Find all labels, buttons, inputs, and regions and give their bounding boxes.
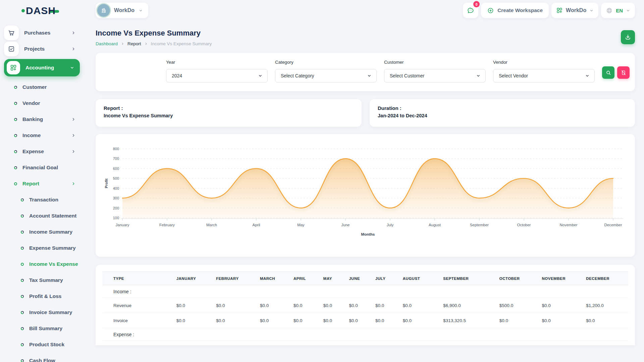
sidebar-item-transaction[interactable]: Transaction	[0, 192, 88, 208]
chevron-right-icon	[71, 117, 76, 122]
breadcrumb: Dashboard Report Income Vs Expense Summa…	[96, 41, 212, 46]
cell-value: $0.0	[542, 313, 586, 328]
reset-icon	[621, 70, 627, 76]
bullet-icon	[21, 215, 24, 218]
sidebar-item-expense[interactable]: Expense	[0, 143, 88, 160]
sidebar-item-vendor[interactable]: Vendor	[0, 95, 88, 111]
reset-filter-button[interactable]	[617, 66, 630, 79]
table-header-row: TYPEJANUARYFEBRUARYMARCHAPRILMAYJUNEJULY…	[102, 272, 628, 285]
cell-value: $0.0	[349, 313, 375, 328]
customer-select[interactable]: Select Customer	[384, 69, 486, 82]
sidebar-item-income-summary[interactable]: Income Summary	[0, 224, 88, 240]
language-selector[interactable]: EN	[601, 3, 635, 18]
workspace-selector[interactable]: WorkDo	[96, 3, 148, 18]
bullet-icon	[21, 295, 24, 298]
cell-value: $0.0	[403, 313, 443, 328]
sidebar-item-expense-summary[interactable]: Expense Summary	[0, 240, 88, 256]
svg-text:May: May	[297, 223, 305, 227]
sidebar-item-purchases[interactable]: Purchases	[0, 25, 88, 41]
sidebar-item-account-statement[interactable]: Account Statement	[0, 208, 88, 224]
cell-value: $0.0	[375, 298, 403, 313]
select-value: 2024	[172, 73, 182, 78]
cell-value: $0.0	[375, 313, 403, 328]
cell-value: $0.0	[176, 313, 216, 328]
logo-text: DASH	[26, 5, 56, 16]
chevron-right-icon	[121, 42, 124, 46]
sidebar-item-label: Tax Summary	[29, 277, 63, 283]
svg-text:April: April	[252, 223, 260, 227]
workdo-menu[interactable]: WorkDo	[551, 3, 598, 18]
sidebar-item-label: Transaction	[29, 197, 58, 203]
column-header-september: SEPTEMBER	[443, 272, 499, 285]
bullet-icon	[21, 263, 24, 266]
cell-value: $0.0	[216, 298, 260, 313]
apply-filter-button[interactable]	[602, 66, 614, 79]
svg-text:June: June	[341, 223, 350, 227]
sidebar-item-accounting[interactable]: Accounting	[4, 59, 80, 76]
column-header-november: NOVEMBER	[542, 272, 586, 285]
sidebar-item-tax-summary[interactable]: Tax Summary	[0, 272, 88, 288]
topbar-actions: 0 Create Workspace WorkDo EN	[463, 3, 635, 18]
sidebar-item-label: Banking	[22, 116, 43, 122]
sidebar-item-projects[interactable]: Projects	[0, 41, 88, 57]
sidebar-item-product-stock[interactable]: Product Stock	[0, 337, 88, 353]
sidebar-item-income[interactable]: Income	[0, 127, 88, 143]
sidebar-item-income-vs-expense[interactable]: Income Vs Expense	[0, 256, 88, 272]
chevron-down-icon	[70, 65, 74, 70]
create-workspace-button[interactable]: Create Workspace	[481, 3, 549, 18]
main-content: WorkDo 0 Create Workspace	[88, 0, 644, 345]
filter-group-vendor: VendorSelect Vendor	[493, 60, 595, 91]
column-header-march: MARCH	[260, 272, 293, 285]
chevron-right-icon	[71, 181, 76, 186]
chevron-right-icon	[71, 149, 76, 154]
vendor-select[interactable]: Select Vendor	[493, 69, 595, 82]
bullet-icon	[14, 134, 17, 137]
app-logo[interactable]: DASH	[0, 0, 88, 21]
year-select[interactable]: 2024	[166, 69, 268, 82]
cell-value: $0.0	[216, 313, 260, 328]
sidebar-item-bill-summary[interactable]: Bill Summary	[0, 320, 88, 337]
sidebar-item-customer[interactable]: Customer	[0, 79, 88, 95]
sidebar-item-invoice-summary[interactable]: Invoice Summary	[0, 304, 88, 320]
report-value: Income Vs Expense Summary	[104, 113, 354, 118]
bullet-icon	[14, 86, 17, 89]
sidebar-item-profit-loss[interactable]: Profit & Loss	[0, 288, 88, 304]
column-header-february: FEBRUARY	[216, 272, 260, 285]
sidebar-item-report[interactable]: Report	[0, 176, 88, 192]
sidebar-item-banking[interactable]: Banking	[0, 111, 88, 127]
svg-text:Months: Months	[361, 232, 375, 236]
select-value: Select Category	[281, 73, 314, 78]
duration-summary-card: Duration : Jan-2024 to Dec-2024	[370, 99, 635, 127]
chevron-down-icon	[476, 73, 481, 78]
bullet-icon	[21, 359, 24, 362]
profit-area-chart: 100200300400500600700800JanuaryFebruaryM…	[102, 141, 635, 248]
language-label: EN	[616, 8, 623, 13]
cell-value: $1,200.0	[586, 298, 628, 313]
sidebar-item-cash-flow[interactable]: Cash Flow	[0, 353, 88, 362]
svg-text:Profit: Profit	[104, 178, 108, 188]
messages-button[interactable]: 0	[463, 3, 478, 18]
cell-value: $0.0	[293, 298, 323, 313]
filter-label: Customer	[384, 60, 486, 65]
workdo-menu-label: WorkDo	[566, 7, 586, 13]
svg-text:March: March	[206, 223, 217, 227]
filter-group-year: Year2024	[166, 60, 268, 91]
page-title: Income Vs Expense Summary	[96, 29, 212, 38]
download-icon	[625, 34, 631, 41]
download-button[interactable]	[621, 30, 635, 44]
chevron-right-icon	[71, 31, 76, 35]
building-icon	[100, 7, 107, 14]
checkbox-icon	[4, 42, 19, 56]
breadcrumb-dashboard-link[interactable]: Dashboard	[96, 41, 118, 46]
svg-text:300: 300	[113, 196, 119, 200]
sidebar-item-label: Product Stock	[29, 342, 64, 348]
sidebar-item-financial-goal[interactable]: Financial Goal	[0, 160, 88, 176]
cell-value: $6,900.0	[443, 298, 499, 313]
row-label: Invoice	[102, 313, 176, 328]
table-row-invoice: Invoice$0.0$0.0$0.0$0.0$0.0$0.0$0.0$0.0$…	[102, 313, 628, 328]
column-header-october: OCTOBER	[499, 272, 542, 285]
category-select[interactable]: Select Category	[275, 69, 377, 82]
workspace-avatar	[97, 4, 110, 17]
sidebar-item-label: Vendor	[22, 100, 40, 106]
cell-value: $0.0	[349, 298, 375, 313]
